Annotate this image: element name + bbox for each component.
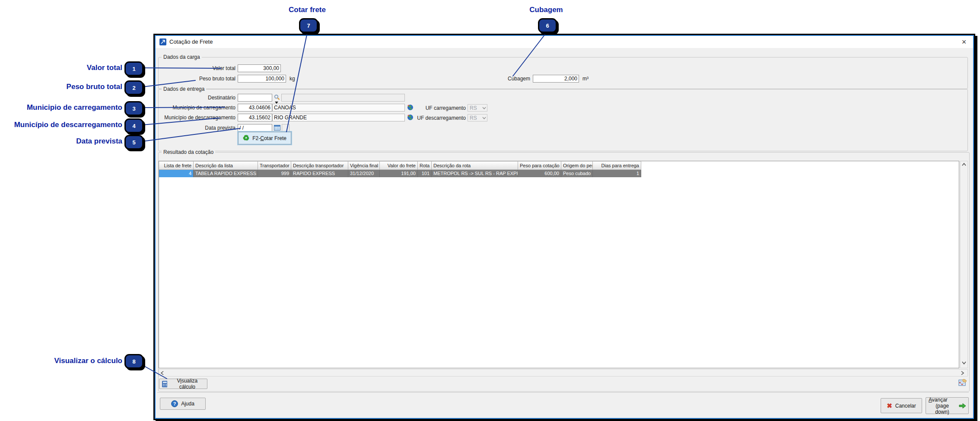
close-icon[interactable]: × [959, 37, 969, 47]
recycle-icon: ♻ [243, 135, 249, 142]
title-bar: Cotação de Frete × [156, 36, 973, 48]
page: { "annotations": { "callouts": [ {"n": "… [0, 0, 980, 421]
scroll-right-icon[interactable] [960, 370, 966, 376]
ajuda-button[interactable]: ? Ajuda [160, 398, 206, 410]
callout-badge-1: 1 [124, 61, 143, 76]
visualiza-calculo-button[interactable]: Visualiza cálculo [159, 379, 207, 389]
callout-label-valor-total: Valor total [87, 64, 122, 72]
peso-bruto-input[interactable] [238, 75, 286, 83]
search-icon[interactable] [274, 94, 280, 100]
callout-badge-6: 6 [538, 18, 557, 33]
cancelar-label: Cancelar [895, 403, 916, 409]
table-cell[interactable]: 999 [258, 170, 291, 177]
cubagem-label: Cubagem [485, 75, 530, 83]
destinatario-input[interactable] [238, 94, 272, 102]
chevron-down-icon [482, 107, 486, 109]
mun-descarregamento-label: Município de descarregamento [160, 114, 235, 121]
column-header[interactable]: Dias para entrega [593, 161, 641, 170]
uf-descarregamento-select: RS [468, 114, 487, 121]
column-header[interactable]: Descrição transportador [291, 161, 348, 170]
table-cell[interactable]: 600,00 [518, 170, 561, 177]
table-header-row: Lista de freteDescrição da listaTranspor… [159, 161, 959, 170]
avancar-button[interactable]: Avançar (page down) [926, 397, 969, 414]
uf-descarregamento-value: RS [470, 115, 477, 121]
column-header[interactable]: Valor do frete [380, 161, 418, 170]
cubagem-unit: m³ [582, 75, 589, 83]
ajuda-label: Ajuda [181, 401, 194, 407]
callout-label-data-prevista: Data prevista [76, 137, 122, 146]
table-cell[interactable]: 4 [159, 170, 194, 177]
cancelar-button[interactable]: ✖ Cancelar [881, 398, 922, 413]
uf-carregamento-label: UF carregamento [405, 104, 466, 112]
table-cell[interactable]: 1 [593, 170, 641, 177]
uf-carregamento-value: RS [470, 105, 477, 111]
table-cell[interactable]: 101 [418, 170, 432, 177]
data-prevista-input[interactable] [238, 124, 272, 132]
destinatario-label: Destinatário [173, 94, 235, 102]
forward-arrow-icon [959, 403, 966, 409]
mun-descarregamento-code-input[interactable] [238, 114, 272, 121]
visualiza-calculo-label: Visualiza cálculo [170, 378, 204, 390]
mun-carregamento-label: Município de carregamento [164, 104, 235, 112]
column-header[interactable]: Origem do peso [561, 161, 593, 170]
app-icon [159, 38, 166, 45]
data-prevista-aux-field [282, 124, 290, 132]
table-row[interactable]: 4TABELA RAPIDO EXPRESS999RAPIDO EXPRESS3… [159, 170, 959, 177]
vertical-scrollbar[interactable] [960, 161, 968, 368]
column-header[interactable]: Lista de frete [159, 161, 194, 170]
callout-badge-3: 3 [124, 101, 143, 116]
mun-carregamento-code-input[interactable] [238, 104, 272, 112]
uf-descarregamento-label: UF descarregamento [405, 114, 466, 122]
calculator-icon [162, 381, 167, 387]
peso-unit: kg [290, 75, 295, 83]
table-cell[interactable]: Peso cubado [561, 170, 593, 177]
column-header[interactable]: Vigência final [348, 161, 380, 170]
callout-label-mun-descarregamento: Município de descarregamento [14, 121, 122, 129]
cubagem-input[interactable] [533, 75, 579, 83]
valor-total-label: Valor total [181, 64, 235, 72]
column-header[interactable]: Peso para cotação [518, 161, 561, 170]
callout-badge-8: 8 [124, 354, 143, 369]
callout-badge-5: 5 [124, 135, 143, 150]
scroll-down-icon[interactable] [961, 360, 967, 367]
horizontal-scrollbar[interactable] [159, 369, 968, 376]
scroll-left-icon[interactable] [160, 370, 166, 376]
window-title: Cotação de Frete [169, 38, 213, 45]
destinatario-desc-field [281, 94, 405, 102]
valor-total-input[interactable] [238, 64, 281, 72]
mun-carregamento-desc-field [272, 104, 405, 112]
footer-separator [157, 392, 969, 393]
table-cell[interactable]: METROPOL RS -> SUL RS - RAP EXPR [432, 170, 518, 177]
callout-label-cotar-frete: Cotar frete [281, 6, 333, 14]
column-header[interactable]: Descrição da rota [432, 161, 518, 170]
results-table: Lista de freteDescrição da listaTranspor… [159, 161, 959, 177]
results-table-viewport: Lista de freteDescrição da listaTranspor… [159, 161, 959, 368]
callout-label-visualizar-calculo: Visualizar o cálculo [54, 357, 122, 365]
callout-badge-2: 2 [124, 80, 143, 95]
grid-options-icon[interactable] [958, 379, 967, 387]
chevron-down-icon [482, 117, 486, 119]
cancel-x-icon: ✖ [887, 403, 892, 409]
table-cell[interactable]: RAPIDO EXPRESS [291, 170, 348, 177]
cotar-frete-button[interactable]: ♻ F2-Cotar Frete [238, 132, 291, 144]
table-cell[interactable]: TABELA RAPIDO EXPRESS [194, 170, 258, 177]
cotar-frete-button-label: F2-Cotar Frete [252, 135, 286, 141]
callout-badge-7: 7 [299, 18, 318, 33]
callout-label-peso-bruto: Peso bruto total [67, 83, 122, 91]
calendar-icon[interactable] [274, 124, 280, 131]
data-prevista-label: Data prevista [192, 124, 235, 132]
help-icon: ? [171, 400, 178, 407]
group-label-dados-de-entrega: Dados de entrega [162, 86, 206, 92]
cotacao-frete-dialog: Cotação de Frete × Dados da carga Valor … [153, 34, 975, 420]
table-cell[interactable]: 191,00 [380, 170, 418, 177]
column-header[interactable]: Rota [418, 161, 432, 170]
table-cell[interactable]: 31/12/2020 [348, 170, 380, 177]
group-label-resultado-cotacao: Resultado da cotação [162, 149, 215, 155]
scroll-up-icon[interactable] [961, 163, 967, 169]
group-label-dados-da-carga: Dados da carga [162, 54, 202, 60]
uf-carregamento-select: RS [468, 104, 487, 112]
callout-badge-4: 4 [124, 118, 143, 133]
column-header[interactable]: Transportador [258, 161, 291, 170]
column-header[interactable]: Descrição da lista [194, 161, 258, 170]
callout-label-mun-carregamento: Municipio de carregamento [27, 103, 122, 112]
